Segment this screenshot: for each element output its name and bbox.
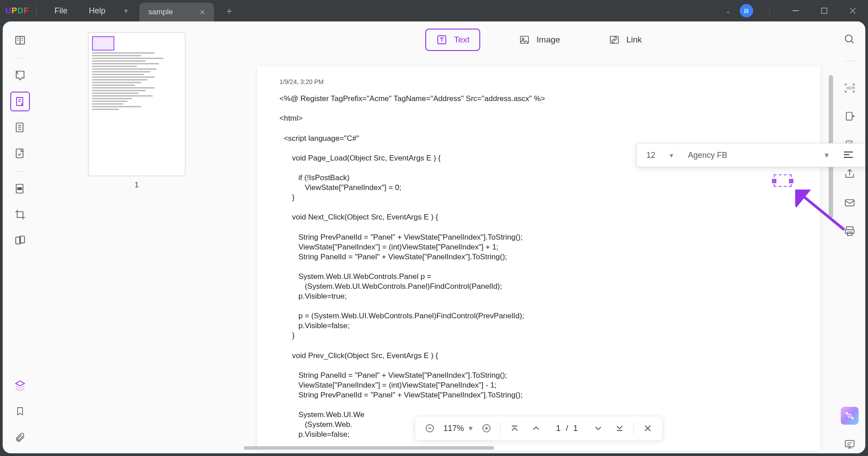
reader-mode-icon[interactable] <box>10 30 30 50</box>
right-toolbar: OCR <box>834 21 865 453</box>
code-line[interactable] <box>280 222 798 232</box>
chevron-down-icon[interactable]: ⌄ <box>725 7 731 15</box>
svg-rect-1 <box>822 8 827 13</box>
code-line[interactable]: } <box>280 331 798 341</box>
add-tab-icon[interactable]: ＋ <box>225 5 234 17</box>
divider <box>15 58 25 59</box>
thumbnail-panel: 1 <box>38 21 243 453</box>
bold-button[interactable]: B <box>862 146 865 164</box>
page-indicator[interactable]: 1 / 1 <box>550 423 584 433</box>
page-thumbnail[interactable] <box>88 32 185 176</box>
link-tool-button[interactable]: Link <box>599 30 652 50</box>
first-page-button[interactable] <box>507 421 522 436</box>
ocr-icon[interactable]: OCR <box>841 79 859 97</box>
close-icon[interactable]: × <box>200 7 205 17</box>
code-line[interactable] <box>280 123 798 133</box>
code-line[interactable] <box>280 104 798 114</box>
user-avatar[interactable]: R <box>740 4 753 17</box>
code-line[interactable]: } <box>280 193 798 203</box>
organize-pages-icon[interactable] <box>10 118 30 137</box>
svg-rect-19 <box>846 112 852 120</box>
menu-file[interactable]: File <box>44 6 78 16</box>
svg-point-28 <box>852 418 854 419</box>
align-left-icon[interactable] <box>839 146 857 164</box>
code-line[interactable]: <%@ Register TagPrefix="Acme" TagName="A… <box>280 94 798 104</box>
next-page-button[interactable] <box>591 421 606 436</box>
form-tool-icon[interactable] <box>10 144 30 163</box>
document-tab[interactable]: sample × <box>139 3 214 21</box>
code-line[interactable]: ViewState["PanelIndex"] = (int)ViewState… <box>280 242 798 252</box>
link-icon <box>608 34 620 46</box>
chevron-down-icon: ▾ <box>825 150 829 160</box>
text-insertion-box[interactable] <box>774 174 792 187</box>
code-line[interactable]: String PanelId = "Panel" + ViewState["Pa… <box>280 252 798 262</box>
share-icon[interactable] <box>841 165 859 183</box>
code-line[interactable] <box>280 361 798 371</box>
maximize-button[interactable] <box>814 3 834 19</box>
tab-dropdown-icon[interactable]: ▾ <box>116 7 136 15</box>
zoom-select[interactable]: 117% ▾ <box>443 423 472 433</box>
search-icon[interactable] <box>841 30 859 48</box>
left-toolbar <box>3 21 38 453</box>
divider <box>500 422 501 434</box>
code-line[interactable]: String PanelId = "Panel" + ViewState["Pa… <box>280 371 798 380</box>
code-line[interactable] <box>280 262 798 272</box>
code-line[interactable]: if (!IsPostBack) <box>280 173 798 183</box>
document-viewport[interactable]: 1/9/24, 3:20 PM <%@ Register TagPrefix="… <box>243 53 834 453</box>
minimize-button[interactable] <box>786 3 805 19</box>
code-line[interactable]: p = (System.Web.UI.WebControls.Panel)Fin… <box>280 311 798 321</box>
image-tool-button[interactable]: Image <box>509 30 570 50</box>
code-line[interactable] <box>280 203 798 212</box>
code-line[interactable]: p.Visible=false; <box>280 321 798 331</box>
redact-tool-icon[interactable] <box>10 179 30 198</box>
chat-icon[interactable] <box>841 435 859 453</box>
convert-icon[interactable] <box>841 108 859 126</box>
image-icon <box>519 34 530 46</box>
code-line[interactable] <box>280 400 798 410</box>
code-line[interactable]: ViewState["PanelIndex"] = 0; <box>280 183 798 193</box>
prev-page-button[interactable] <box>528 421 544 436</box>
font-family-select[interactable]: Agency FB ▾ <box>682 150 835 160</box>
resize-handle-right[interactable] <box>789 179 793 183</box>
code-line[interactable]: String PrevPanelId = "Panel" + ViewState… <box>280 390 798 400</box>
svg-line-14 <box>801 194 844 230</box>
zoom-out-button[interactable] <box>422 421 437 436</box>
text-tool-button[interactable]: Text <box>425 29 480 51</box>
divider <box>844 61 855 61</box>
tab-label: sample <box>148 8 173 17</box>
attachment-icon[interactable] <box>10 427 30 447</box>
code-line[interactable]: System.Web.UI.WebControls.Panel p = <box>280 272 798 282</box>
zoom-in-button[interactable] <box>479 421 494 436</box>
compare-tool-icon[interactable] <box>10 231 30 250</box>
menu-help[interactable]: Help <box>78 6 116 16</box>
code-line[interactable]: (System.Web.UI.WebControls.Panel)FindCon… <box>280 282 798 291</box>
last-page-button[interactable] <box>612 421 627 436</box>
bookmark-icon[interactable] <box>10 401 30 421</box>
font-size-select[interactable]: 12 ▾ <box>643 149 677 162</box>
document-page[interactable]: 1/9/24, 3:20 PM <%@ Register TagPrefix="… <box>257 66 820 451</box>
code-line[interactable]: <html> <box>280 114 798 123</box>
close-navigator-button[interactable] <box>640 421 655 436</box>
code-line[interactable]: String PrevPanelId = "Panel" + ViewState… <box>280 232 798 242</box>
edit-text-tool-icon[interactable] <box>10 92 30 111</box>
crop-tool-icon[interactable] <box>10 205 30 224</box>
ai-assistant-icon[interactable] <box>841 407 859 425</box>
app-logo: UPDF <box>5 6 29 16</box>
code-line[interactable]: <script language="C#" <box>280 134 798 144</box>
code-line[interactable]: void Prev_Click(Object Src, EventArgs E … <box>280 351 798 361</box>
code-line[interactable]: ViewState["PanelIndex"] = (int)ViewState… <box>280 380 798 390</box>
layers-icon[interactable] <box>10 376 30 395</box>
resize-handle-left[interactable] <box>772 179 776 183</box>
scrollbar-thumb[interactable] <box>244 446 494 450</box>
code-line[interactable] <box>280 301 798 311</box>
code-line[interactable] <box>280 341 798 351</box>
vertical-scrollbar[interactable] <box>828 75 834 435</box>
close-button[interactable] <box>843 3 863 19</box>
divider <box>15 171 25 172</box>
code-line[interactable]: void Next_Click(Object Src, EventArgs E … <box>280 212 798 222</box>
comment-tool-icon[interactable] <box>10 66 30 85</box>
svg-text:OCR: OCR <box>846 86 855 90</box>
page-header-date: 1/9/24, 3:20 PM <box>280 78 798 86</box>
horizontal-scrollbar[interactable] <box>244 445 574 451</box>
code-line[interactable]: p.Visible=true; <box>280 291 798 301</box>
